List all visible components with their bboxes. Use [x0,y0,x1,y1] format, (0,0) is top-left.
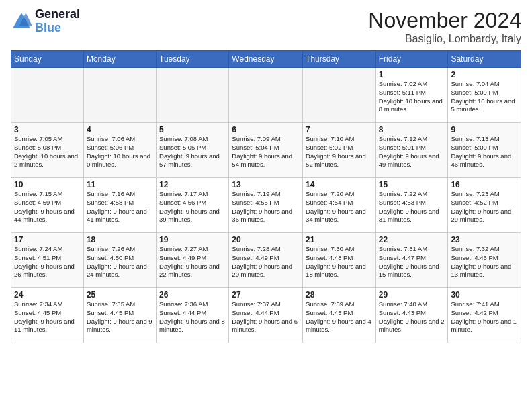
day-info: Sunrise: 7:32 AM Sunset: 4:46 PM Dayligh… [451,245,518,279]
day-info: Sunrise: 7:41 AM Sunset: 4:42 PM Dayligh… [451,300,518,334]
month-title: November 2024 [368,8,521,33]
day-info: Sunrise: 7:23 AM Sunset: 4:52 PM Dayligh… [451,190,518,224]
day-info: Sunrise: 7:19 AM Sunset: 4:55 PM Dayligh… [232,190,300,224]
day-number: 5 [159,125,226,134]
calendar-header-row: SundayMondayTuesdayWednesdayThursdayFrid… [11,51,521,68]
day-cell: 28Sunrise: 7:39 AM Sunset: 4:43 PM Dayli… [303,288,376,343]
day-info: Sunrise: 7:10 AM Sunset: 5:02 PM Dayligh… [306,135,373,169]
day-number: 13 [232,180,300,189]
day-cell: 20Sunrise: 7:28 AM Sunset: 4:49 PM Dayli… [229,233,303,288]
day-number: 24 [14,290,81,300]
day-number: 27 [232,290,300,300]
day-info: Sunrise: 7:16 AM Sunset: 4:58 PM Dayligh… [87,190,153,224]
day-cell: 4Sunrise: 7:06 AM Sunset: 5:06 PM Daylig… [83,123,156,178]
day-cell: 8Sunrise: 7:12 AM Sunset: 5:01 PM Daylig… [375,123,448,178]
col-header-wednesday: Wednesday [229,51,303,68]
day-info: Sunrise: 7:37 AM Sunset: 4:44 PM Dayligh… [232,300,300,334]
day-info: Sunrise: 7:27 AM Sunset: 4:49 PM Dayligh… [159,245,226,279]
logo-text: General Blue [35,8,80,35]
day-info: Sunrise: 7:08 AM Sunset: 5:05 PM Dayligh… [159,135,226,169]
day-cell: 6Sunrise: 7:09 AM Sunset: 5:04 PM Daylig… [229,123,303,178]
day-number: 25 [87,290,153,300]
day-info: Sunrise: 7:30 AM Sunset: 4:48 PM Dayligh… [306,245,373,279]
day-cell: 25Sunrise: 7:35 AM Sunset: 4:45 PM Dayli… [83,288,156,343]
day-cell: 16Sunrise: 7:23 AM Sunset: 4:52 PM Dayli… [448,178,521,233]
day-number: 6 [232,125,300,134]
day-info: Sunrise: 7:09 AM Sunset: 5:04 PM Dayligh… [232,135,300,169]
day-number: 12 [159,180,226,189]
day-cell: 9Sunrise: 7:13 AM Sunset: 5:00 PM Daylig… [448,123,521,178]
day-number: 29 [379,290,445,300]
day-number: 8 [379,125,445,134]
day-info: Sunrise: 7:39 AM Sunset: 4:43 PM Dayligh… [306,300,373,334]
day-number: 3 [14,125,81,134]
day-cell: 30Sunrise: 7:41 AM Sunset: 4:42 PM Dayli… [448,288,521,343]
day-info: Sunrise: 7:34 AM Sunset: 4:45 PM Dayligh… [14,300,81,334]
day-cell: 18Sunrise: 7:26 AM Sunset: 4:50 PM Dayli… [83,233,156,288]
logo: General Blue [11,8,80,35]
day-number: 20 [232,235,300,244]
day-cell: 19Sunrise: 7:27 AM Sunset: 4:49 PM Dayli… [157,233,229,288]
logo-icon [11,11,32,32]
day-cell: 13Sunrise: 7:19 AM Sunset: 4:55 PM Dayli… [229,178,303,233]
day-info: Sunrise: 7:13 AM Sunset: 5:00 PM Dayligh… [451,135,518,169]
day-number: 16 [451,180,518,189]
location: Basiglio, Lombardy, Italy [368,33,521,45]
day-cell: 15Sunrise: 7:22 AM Sunset: 4:53 PM Dayli… [375,178,448,233]
day-info: Sunrise: 7:04 AM Sunset: 5:09 PM Dayligh… [451,80,518,114]
day-info: Sunrise: 7:36 AM Sunset: 4:44 PM Dayligh… [159,300,226,334]
day-cell: 27Sunrise: 7:37 AM Sunset: 4:44 PM Dayli… [229,288,303,343]
day-cell [83,68,156,123]
day-cell [157,68,229,123]
day-cell [11,68,84,123]
day-number: 30 [451,290,518,300]
day-cell: 17Sunrise: 7:24 AM Sunset: 4:51 PM Dayli… [11,233,84,288]
day-info: Sunrise: 7:06 AM Sunset: 5:06 PM Dayligh… [87,135,153,169]
day-cell: 10Sunrise: 7:15 AM Sunset: 4:59 PM Dayli… [11,178,84,233]
day-info: Sunrise: 7:20 AM Sunset: 4:54 PM Dayligh… [306,190,373,224]
day-info: Sunrise: 7:40 AM Sunset: 4:43 PM Dayligh… [379,300,445,334]
title-block: November 2024 Basiglio, Lombardy, Italy [368,8,521,45]
col-header-thursday: Thursday [303,51,376,68]
day-number: 11 [87,180,153,189]
col-header-tuesday: Tuesday [157,51,229,68]
day-number: 26 [159,290,226,300]
day-info: Sunrise: 7:26 AM Sunset: 4:50 PM Dayligh… [87,245,153,279]
day-info: Sunrise: 7:05 AM Sunset: 5:08 PM Dayligh… [14,135,81,169]
day-number: 15 [379,180,445,189]
day-cell: 23Sunrise: 7:32 AM Sunset: 4:46 PM Dayli… [448,233,521,288]
col-header-friday: Friday [375,51,448,68]
day-number: 4 [87,125,153,134]
week-row-5: 24Sunrise: 7:34 AM Sunset: 4:45 PM Dayli… [11,288,521,343]
day-number: 23 [451,235,518,244]
day-number: 28 [306,290,373,300]
day-cell: 2Sunrise: 7:04 AM Sunset: 5:09 PM Daylig… [448,68,521,123]
header: General Blue November 2024 Basiglio, Lom… [11,8,521,45]
week-row-2: 3Sunrise: 7:05 AM Sunset: 5:08 PM Daylig… [11,123,521,178]
day-info: Sunrise: 7:22 AM Sunset: 4:53 PM Dayligh… [379,190,445,224]
day-number: 9 [451,125,518,134]
day-number: 2 [451,70,518,79]
col-header-saturday: Saturday [448,51,521,68]
day-info: Sunrise: 7:15 AM Sunset: 4:59 PM Dayligh… [14,190,81,224]
day-cell: 14Sunrise: 7:20 AM Sunset: 4:54 PM Dayli… [303,178,376,233]
day-number: 1 [379,70,445,79]
col-header-monday: Monday [83,51,156,68]
day-info: Sunrise: 7:24 AM Sunset: 4:51 PM Dayligh… [14,245,81,279]
day-cell: 3Sunrise: 7:05 AM Sunset: 5:08 PM Daylig… [11,123,84,178]
day-cell: 29Sunrise: 7:40 AM Sunset: 4:43 PM Dayli… [375,288,448,343]
page: General Blue November 2024 Basiglio, Lom… [0,0,532,411]
day-cell: 21Sunrise: 7:30 AM Sunset: 4:48 PM Dayli… [303,233,376,288]
week-row-3: 10Sunrise: 7:15 AM Sunset: 4:59 PM Dayli… [11,178,521,233]
day-cell: 7Sunrise: 7:10 AM Sunset: 5:02 PM Daylig… [303,123,376,178]
week-row-1: 1Sunrise: 7:02 AM Sunset: 5:11 PM Daylig… [11,68,521,123]
day-cell: 22Sunrise: 7:31 AM Sunset: 4:47 PM Dayli… [375,233,448,288]
day-cell: 1Sunrise: 7:02 AM Sunset: 5:11 PM Daylig… [375,68,448,123]
day-info: Sunrise: 7:35 AM Sunset: 4:45 PM Dayligh… [87,300,153,334]
day-number: 18 [87,235,153,244]
day-info: Sunrise: 7:02 AM Sunset: 5:11 PM Dayligh… [379,80,445,114]
day-cell: 5Sunrise: 7:08 AM Sunset: 5:05 PM Daylig… [157,123,229,178]
day-number: 22 [379,235,445,244]
day-number: 21 [306,235,373,244]
day-number: 14 [306,180,373,189]
